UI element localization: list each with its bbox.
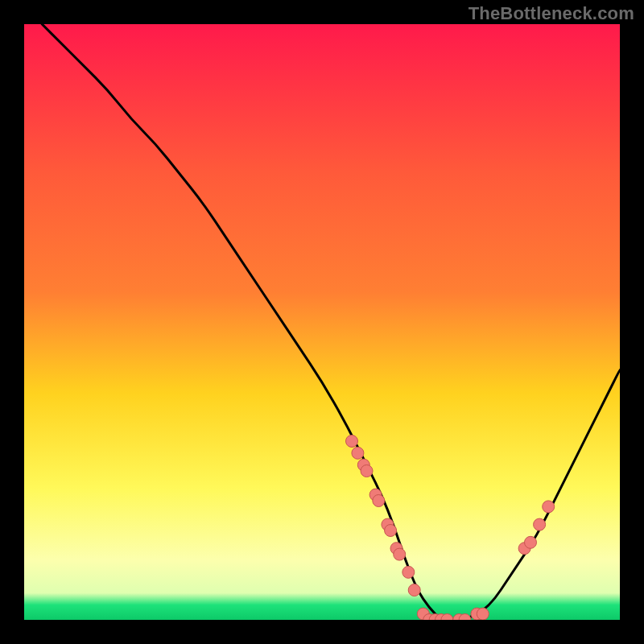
- data-point: [394, 548, 406, 560]
- data-point: [525, 536, 537, 548]
- chart-frame: TheBottleneck.com: [0, 0, 644, 644]
- watermark-text: TheBottleneck.com: [469, 3, 634, 24]
- data-point: [534, 518, 546, 530]
- data-point: [543, 501, 555, 513]
- data-point: [361, 465, 373, 477]
- data-point: [346, 436, 358, 448]
- data-point: [477, 608, 489, 620]
- chart-svg: [24, 24, 620, 620]
- data-point: [373, 495, 385, 507]
- chart-background: [24, 24, 620, 620]
- data-point: [402, 566, 415, 578]
- data-point: [408, 584, 420, 597]
- data-point: [385, 525, 397, 537]
- data-point: [352, 447, 364, 459]
- plot-area: [24, 24, 620, 620]
